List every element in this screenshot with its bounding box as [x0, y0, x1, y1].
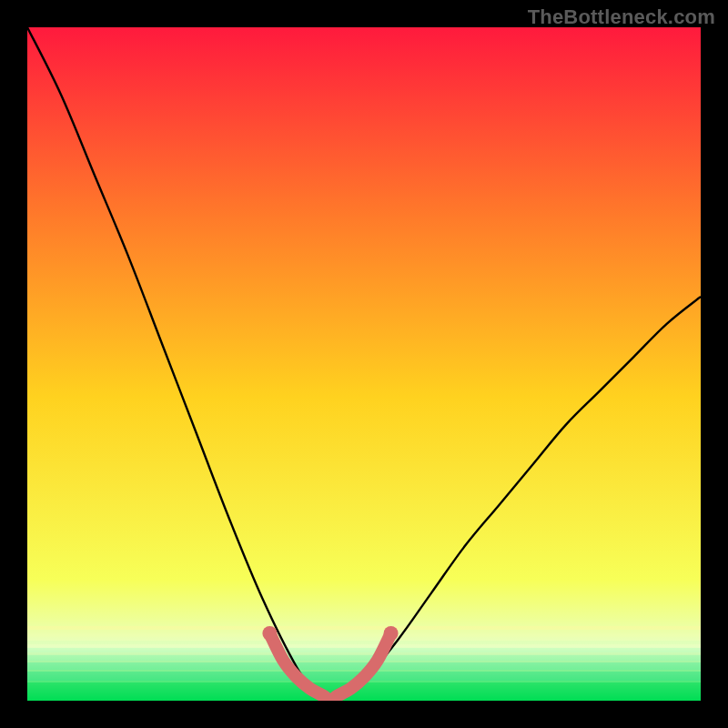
valley-dot-right — [384, 626, 399, 641]
bottleneck-plot — [27, 27, 701, 701]
gradient-background — [27, 27, 701, 701]
valley-dot-left — [262, 626, 277, 641]
svg-rect-1 — [27, 633, 701, 637]
svg-rect-2 — [27, 641, 701, 644]
watermark-text: TheBottleneck.com — [528, 5, 715, 29]
chart-frame: TheBottleneck.com — [0, 0, 728, 728]
svg-rect-4 — [27, 655, 701, 661]
svg-rect-0 — [27, 626, 701, 630]
svg-rect-3 — [27, 648, 701, 652]
chart-svg — [27, 27, 701, 701]
